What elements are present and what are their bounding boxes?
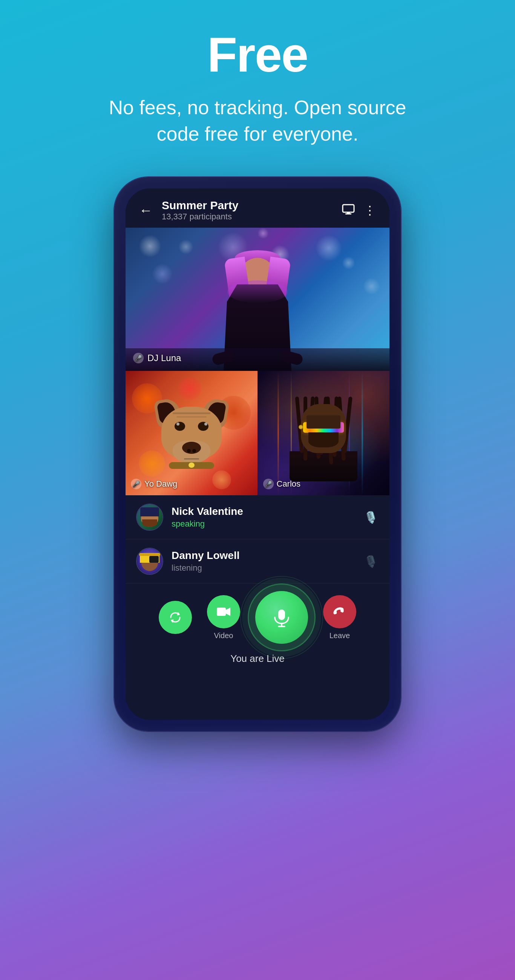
page-subtitle: No fees, no tracking. Open source code f… bbox=[88, 94, 427, 147]
avatar-nick bbox=[136, 504, 163, 531]
mic-main-button[interactable] bbox=[255, 591, 308, 644]
more-options-icon[interactable]: ⋮ bbox=[364, 203, 376, 218]
participant-item-nick: Nick Valentine speaking 🎙️ bbox=[126, 495, 389, 539]
danny-mic-icon: 🎙️ bbox=[364, 555, 378, 568]
mic-main-control[interactable] bbox=[255, 591, 308, 644]
yo-dawg-name: Yo Dawg bbox=[144, 479, 177, 489]
bottom-controls: Video bbox=[126, 584, 389, 679]
participants-section: Nick Valentine speaking 🎙️ bbox=[126, 495, 389, 720]
phone-wrapper: ← Summer Party 13,337 participants ⋮ bbox=[114, 177, 401, 731]
video-grid: 🎤 DJ Luna bbox=[126, 228, 389, 495]
nick-mic-icon: 🎙️ bbox=[364, 511, 378, 524]
svg-rect-2 bbox=[345, 213, 351, 215]
danny-status: listening bbox=[172, 563, 362, 573]
top-icons: ⋮ bbox=[342, 203, 376, 218]
video-tile-dj-luna: 🎤 DJ Luna bbox=[126, 228, 389, 371]
svg-rect-0 bbox=[343, 205, 354, 212]
screen-share-icon[interactable] bbox=[342, 204, 355, 218]
video-button[interactable] bbox=[207, 595, 240, 628]
video-tile-carlos: 🎤 Carlos bbox=[258, 371, 390, 495]
dj-luna-label: 🎤 DJ Luna bbox=[133, 353, 181, 363]
svg-rect-3 bbox=[217, 608, 226, 616]
page-title: Free bbox=[207, 30, 308, 79]
video-control[interactable]: Video bbox=[207, 595, 240, 640]
channel-name: Summer Party bbox=[162, 199, 342, 212]
dj-luna-mic-icon: 🎤 bbox=[133, 353, 143, 363]
danny-mic: 🎙️ bbox=[362, 553, 379, 570]
leave-control[interactable]: Leave bbox=[323, 595, 356, 640]
header-section: Free No fees, no tracking. Open source c… bbox=[0, 0, 515, 170]
danny-name: Danny Lowell bbox=[172, 550, 362, 562]
yo-dawg-label: 🎤 Yo Dawg bbox=[131, 479, 177, 489]
switch-control[interactable] bbox=[159, 601, 192, 634]
avatar-danny bbox=[136, 548, 163, 575]
dj-luna-name: DJ Luna bbox=[147, 353, 181, 363]
participants-count: 13,337 participants bbox=[162, 212, 342, 222]
leave-button[interactable] bbox=[323, 595, 356, 628]
back-button[interactable]: ← bbox=[139, 204, 153, 217]
channel-info: Summer Party 13,337 participants bbox=[162, 199, 342, 222]
phone-screen: ← Summer Party 13,337 participants ⋮ bbox=[126, 188, 389, 720]
yo-dawg-mic-icon: 🎤 bbox=[131, 479, 141, 489]
danny-info: Danny Lowell listening bbox=[172, 550, 362, 573]
controls-row: Video bbox=[140, 591, 375, 644]
nick-status: speaking bbox=[172, 519, 362, 529]
phone-outer: ← Summer Party 13,337 participants ⋮ bbox=[114, 177, 401, 731]
carlos-mic-icon: 🎤 bbox=[263, 479, 274, 489]
switch-button[interactable] bbox=[159, 601, 192, 634]
nick-mic: 🎙️ bbox=[362, 509, 379, 525]
leave-label: Leave bbox=[330, 632, 350, 640]
nick-info: Nick Valentine speaking bbox=[172, 506, 362, 529]
video-label: Video bbox=[214, 632, 233, 640]
video-tile-yo-dawg: 🎤 Yo Dawg bbox=[126, 371, 258, 495]
participant-item-danny: Danny Lowell listening 🎙️ bbox=[126, 539, 389, 584]
top-bar: ← Summer Party 13,337 participants ⋮ bbox=[126, 188, 389, 228]
nick-name: Nick Valentine bbox=[172, 506, 362, 517]
